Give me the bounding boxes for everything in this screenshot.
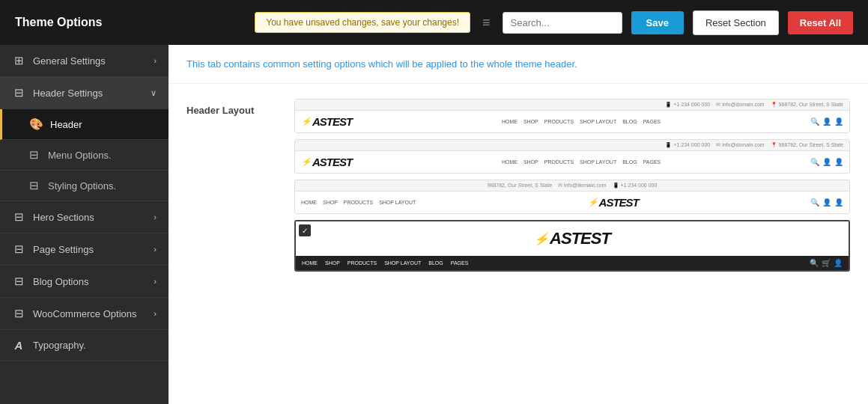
woocommerce-icon: ⊟: [12, 307, 25, 320]
content-body: Header Layout 📱 +1 234 000 000 ✉ info@do…: [169, 84, 868, 302]
selected-check: ✓: [299, 224, 311, 236]
header-layout-row: Header Layout 📱 +1 234 000 000 ✉ info@do…: [186, 99, 850, 272]
sidebar-item-label: Header: [50, 119, 82, 130]
sidebar-item-label: Page Settings: [33, 244, 94, 255]
nav: HOMESHOPPRODUCTSSHOP LAYOUTBLOGPAGES: [502, 119, 661, 124]
layout-preview-1: 📱 +1 234 000 000 ✉ info@domain.com 📍 988…: [295, 100, 849, 132]
main-layout: ⊞ General Settings › ⊟ Header Settings ∨…: [0, 45, 868, 404]
save-button[interactable]: Save: [631, 11, 684, 34]
chevron-right-icon: ›: [154, 309, 157, 318]
header-main-2: ⚡ASTEST HOMESHOPPRODUCTSSHOP LAYOUTBLOGP…: [295, 151, 849, 173]
sidebar-item-label: Hero Sections: [33, 212, 94, 223]
layout-preview-3: 988782, Our Street, S State ✉ info@domai…: [295, 180, 849, 213]
sidebar-item-header-settings[interactable]: ⊟ Header Settings ∨: [0, 77, 169, 109]
sidebar-item-woocommerce-options[interactable]: ⊟ WooCommerce Options ›: [0, 298, 169, 330]
layout-option-4[interactable]: ✓ ⚡ASTEST HOME SHOP PRODUCTS: [294, 220, 850, 272]
reset-section-button[interactable]: Reset Section: [693, 10, 779, 35]
sidebar-item-page-settings[interactable]: ⊟ Page Settings ›: [0, 233, 169, 266]
sidebar-item-label: Header Settings: [33, 88, 103, 99]
layout-option-2[interactable]: 📱 +1 234 000 000 ✉ info@domain.com 📍 988…: [294, 139, 850, 174]
sidebar-item-label: Styling Options.: [48, 180, 116, 192]
header-main-3: HOMESHOPPRODUCTSSHOP LAYOUT ⚡ASTEST 🔍👤👤: [295, 192, 849, 213]
layout-preview-4: ⚡ASTEST HOME SHOP PRODUCTS SHOP LAYOUT B…: [296, 221, 849, 270]
sidebar-item-label: General Settings: [33, 55, 106, 67]
app-title: Theme Options: [15, 16, 102, 29]
logo-4: ⚡ASTEST: [534, 229, 610, 248]
reset-all-button[interactable]: Reset All: [788, 11, 853, 34]
setting-label: Header Layout: [186, 99, 276, 116]
chevron-right-icon: ›: [154, 212, 157, 221]
page-settings-icon: ⊟: [12, 242, 25, 256]
header-icon: 🎨: [29, 117, 43, 131]
top-bar: 📱 +1 234 000 000 ✉ info@domain.com 📍 988…: [295, 100, 849, 111]
top-bar-3: 988782, Our Street, S State ✉ info@domai…: [295, 180, 849, 192]
header-main: ⚡ASTEST HOMESHOPPRODUCTSSHOP LAYOUTBLOGP…: [295, 111, 849, 132]
header-icons-3: 🔍👤👤: [810, 198, 843, 206]
bottom-nav: HOME SHOP PRODUCTS SHOP LAYOUT BLOG PAGE…: [296, 256, 849, 270]
sidebar-item-label: Blog Options: [33, 276, 88, 287]
layout-options: 📱 +1 234 000 000 ✉ info@domain.com 📍 988…: [294, 99, 850, 272]
topbar: Theme Options You have unsaved changes, …: [0, 0, 868, 45]
header-icons-2: 🔍👤👤: [810, 158, 843, 166]
blog-options-icon: ⊟: [12, 275, 25, 288]
chevron-right-icon: ›: [154, 56, 157, 65]
hero-sections-icon: ⊟: [12, 210, 25, 224]
typography-icon: A: [12, 339, 25, 352]
unsaved-message: You have unsaved changes, save your chan…: [255, 12, 470, 33]
nav-2: HOMESHOPPRODUCTSSHOP LAYOUTBLOGPAGES: [502, 159, 661, 165]
bottom-icons: 🔍🛒👤: [810, 259, 843, 267]
logo-2: ⚡ASTEST: [301, 156, 352, 168]
header-icons: 🔍👤👤: [810, 117, 843, 126]
layout-option-3[interactable]: 988782, Our Street, S State ✉ info@domai…: [294, 180, 850, 214]
sidebar-item-header[interactable]: 🎨 Header: [0, 109, 169, 140]
layout-option-1[interactable]: 📱 +1 234 000 000 ✉ info@domain.com 📍 988…: [294, 99, 850, 133]
logo-3: ⚡ASTEST: [588, 196, 639, 209]
sidebar-item-typography[interactable]: A Typography.: [0, 330, 169, 361]
content-description: This tab contains common setting options…: [169, 45, 868, 84]
chevron-right-icon: ›: [154, 277, 157, 286]
nav-3: HOMESHOPPRODUCTSSHOP LAYOUT: [301, 200, 416, 205]
sidebar-item-blog-options[interactable]: ⊟ Blog Options ›: [0, 266, 169, 298]
header-main-4: ⚡ASTEST: [296, 221, 849, 256]
layout-preview-2: 📱 +1 234 000 000 ✉ info@domain.com 📍 988…: [295, 140, 849, 173]
logo: ⚡ASTEST: [301, 115, 352, 128]
chevron-right-icon: ›: [154, 245, 157, 254]
content-area: This tab contains common setting options…: [169, 45, 868, 404]
sidebar-item-menu-options[interactable]: ⊟ Menu Options.: [0, 140, 169, 171]
search-input[interactable]: [503, 12, 622, 34]
styling-icon: ⊟: [27, 179, 40, 192]
chevron-down-icon: ∨: [151, 88, 157, 98]
sidebar-item-label: Typography.: [33, 340, 86, 351]
top-bar-2: 📱 +1 234 000 000 ✉ info@domain.com 📍 988…: [295, 140, 849, 151]
menu-icon: ⊟: [27, 148, 40, 162]
toc-icon[interactable]: ≡: [479, 12, 494, 34]
sidebar: ⊞ General Settings › ⊟ Header Settings ∨…: [0, 45, 169, 404]
sidebar-item-label: WooCommerce Options: [33, 308, 136, 319]
sidebar-item-styling-options[interactable]: ⊟ Styling Options.: [0, 171, 169, 201]
sidebar-item-hero-sections[interactable]: ⊟ Hero Sections ›: [0, 201, 169, 233]
sidebar-item-label: Menu Options.: [48, 150, 112, 161]
header-settings-icon: ⊟: [12, 86, 25, 100]
sidebar-item-general-settings[interactable]: ⊞ General Settings ›: [0, 45, 169, 77]
general-settings-icon: ⊞: [12, 54, 25, 67]
